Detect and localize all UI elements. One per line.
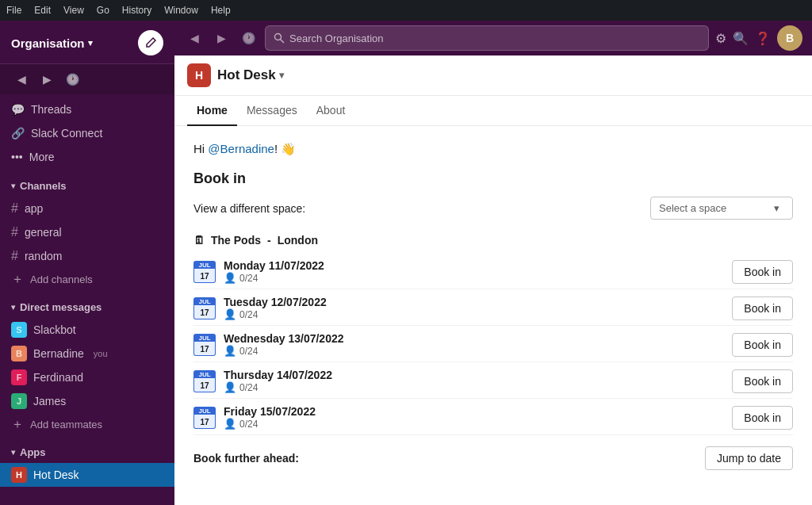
location-row: 🗓 The Pods - London	[193, 234, 793, 247]
menu-history[interactable]: History	[122, 5, 151, 16]
add-channels-button[interactable]: ＋ Add channels	[0, 268, 174, 290]
menu-window[interactable]: Window	[164, 5, 198, 16]
sidebar-item-threads-label: Threads	[31, 103, 71, 116]
sidebar-item-more-label: More	[29, 151, 55, 163]
hotdesk-avatar: H	[11, 467, 27, 483]
sidebar-item-threads[interactable]: 💬 Threads	[0, 98, 174, 121]
book-in-button[interactable]: Book in	[732, 369, 793, 393]
space-select[interactable]: Select a space ▾	[650, 197, 793, 220]
person-icon: 👤	[224, 381, 236, 393]
topbar-forward-button[interactable]: ▶	[211, 28, 232, 48]
sidebar-item-bernadine[interactable]: B Bernadine you	[0, 342, 174, 365]
sidebar-item-slackbot[interactable]: S Slackbot	[0, 318, 174, 342]
date-name: Thursday 14/07/2022	[224, 369, 332, 381]
menu-file[interactable]: File	[6, 5, 21, 16]
occupancy: 👤 0/24	[224, 272, 324, 284]
apps-header[interactable]: ▾ Apps	[0, 442, 174, 463]
channels-header[interactable]: ▾ Channels	[0, 175, 174, 197]
date-text-group: Thursday 14/07/2022 👤 0/24	[224, 369, 332, 393]
occupancy: 👤 0/24	[224, 308, 327, 320]
dm-section: ▾ Direct messages S Slackbot B Bernadine…	[0, 293, 174, 438]
nav-section: 💬 Threads 🔗 Slack Connect ••• More	[0, 94, 174, 172]
workspace-name[interactable]: Organisation ▾	[11, 36, 93, 50]
tab-messages[interactable]: Messages	[237, 96, 307, 126]
occupancy-count: 0/24	[239, 346, 258, 357]
cal-day: 17	[200, 381, 209, 390]
menu-edit[interactable]: Edit	[34, 5, 51, 16]
sidebar-header: Organisation ▾	[0, 21, 174, 64]
add-teammates-button[interactable]: ＋ Add teammates	[0, 413, 174, 435]
tab-home[interactable]: Home	[187, 96, 237, 126]
person-icon: 👤	[224, 345, 236, 357]
person-icon: 👤	[224, 308, 236, 320]
date-info: JUL 17 Wednesday 13/07/2022 👤 0/24	[193, 332, 344, 357]
cal-month: JUL	[194, 335, 215, 342]
sidebar-item-slack-connect[interactable]: 🔗 Slack Connect	[0, 121, 174, 145]
occupancy: 👤 0/24	[224, 381, 332, 393]
location-city: London	[278, 234, 318, 247]
date-info: JUL 17 Thursday 14/07/2022 👤 0/24	[193, 369, 332, 393]
user-avatar[interactable]: B	[777, 25, 802, 51]
mention: @Bernadine	[208, 142, 274, 155]
cal-month: JUL	[194, 262, 215, 269]
channel-name[interactable]: Hot Desk ▾	[217, 67, 284, 83]
topbar-history-button[interactable]: 🕐	[238, 28, 259, 48]
add-channels-label: Add channels	[30, 274, 93, 285]
cal-day: 17	[200, 418, 209, 427]
search-placeholder: Search Organisation	[289, 33, 384, 44]
sidebar-item-app[interactable]: # app	[0, 197, 174, 220]
history-button[interactable]: 🕐	[62, 69, 82, 90]
channel-general-label: general	[25, 226, 62, 239]
channel-header: H Hot Desk ▾	[174, 55, 812, 96]
channel-name-label: Hot Desk	[217, 67, 276, 83]
sidebar-item-slack-connect-label: Slack Connect	[31, 127, 102, 140]
book-in-button[interactable]: Book in	[732, 406, 793, 430]
book-in-button[interactable]: Book in	[732, 296, 793, 320]
dm-arrow-icon: ▾	[11, 303, 15, 312]
date-row: JUL 17 Wednesday 13/07/2022 👤 0/24 Book …	[193, 327, 793, 362]
tab-about[interactable]: About	[307, 96, 355, 126]
date-row: JUL 17 Tuesday 12/07/2022 👤 0/24 Book in	[193, 291, 793, 326]
menu-view[interactable]: View	[63, 5, 84, 16]
greeting: Hi @Bernadine! 👋	[193, 142, 793, 156]
jump-to-date-button[interactable]: Jump to date	[705, 446, 793, 470]
date-name: Wednesday 13/07/2022	[224, 332, 344, 345]
sidebar-item-james[interactable]: J James	[0, 389, 174, 413]
book-in-button[interactable]: Book in	[732, 333, 793, 357]
menu-go[interactable]: Go	[97, 5, 109, 16]
apps-section: ▾ Apps H Hot Desk	[0, 438, 174, 490]
sidebar-item-hotdesk[interactable]: H Hot Desk	[0, 463, 174, 487]
sidebar-item-more[interactable]: ••• More	[0, 145, 174, 169]
sidebar-item-ferdinand[interactable]: F Ferdinand	[0, 365, 174, 389]
sidebar-item-general[interactable]: # general	[0, 220, 174, 244]
sidebar: Organisation ▾ ◀ ▶ 🕐 💬 Threads 🔗 Sla	[0, 21, 174, 505]
channels-section: ▾ Channels # app # general # random ＋ Ad…	[0, 172, 174, 293]
date-info: JUL 17 Friday 15/07/2022 👤 0/24	[193, 405, 316, 430]
book-in-button[interactable]: Book in	[732, 260, 793, 284]
occupancy-count: 0/24	[239, 382, 258, 393]
app-body: Organisation ▾ ◀ ▶ 🕐 💬 Threads 🔗 Sla	[0, 21, 812, 505]
help-icon[interactable]: ❓	[755, 31, 771, 46]
view-space-row: View a different space: Select a space ▾	[193, 197, 793, 220]
forward-button[interactable]: ▶	[36, 69, 57, 90]
back-button[interactable]: ◀	[11, 69, 32, 90]
date-rows: JUL 17 Monday 11/07/2022 👤 0/24 Book in …	[193, 254, 793, 435]
location-calendar-icon: 🗓	[193, 234, 205, 247]
tab-about-label: About	[316, 104, 346, 117]
dm-header[interactable]: ▾ Direct messages	[0, 296, 174, 318]
calendar-icon: JUL 17	[193, 407, 216, 429]
search-bar[interactable]: Search Organisation	[265, 25, 709, 51]
search-icon[interactable]: 🔍	[733, 31, 749, 46]
view-space-label: View a different space:	[193, 202, 305, 215]
compose-button[interactable]	[138, 30, 163, 55]
greeting-pre: Hi	[193, 142, 208, 155]
topbar-back-button[interactable]: ◀	[184, 28, 205, 48]
sidebar-item-random[interactable]: # random	[0, 244, 174, 268]
channels-arrow-icon: ▾	[11, 182, 15, 190]
filter-icon[interactable]: ⚙	[715, 31, 726, 46]
hotdesk-label: Hot Desk	[33, 469, 79, 481]
threads-icon: 💬	[11, 103, 25, 116]
dm-label: Direct messages	[20, 301, 102, 313]
date-row: JUL 17 Friday 15/07/2022 👤 0/24 Book in	[193, 400, 793, 435]
menu-help[interactable]: Help	[211, 5, 231, 16]
